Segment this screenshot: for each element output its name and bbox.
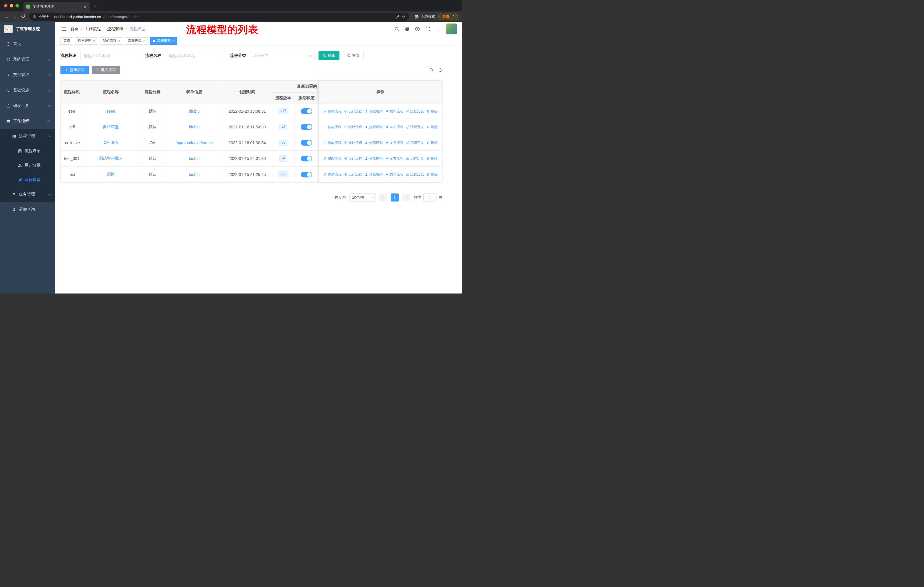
op-modify[interactable]: 修改流程 [323,125,342,129]
form-info-link[interactable]: biubiu [189,172,200,177]
sidebar-item-rd-tools[interactable]: 研发工具 [0,98,55,114]
next-page-button[interactable] [402,193,410,202]
sidebar-item-infrastructure[interactable]: 基础设施 [0,83,55,98]
sidebar-collapse-icon[interactable] [61,27,66,31]
current-page-button[interactable]: 1 [391,193,399,202]
op-delete[interactable]: 删除 [426,141,438,146]
prev-page-button[interactable] [379,193,387,202]
password-key-icon[interactable] [395,15,399,19]
op-design[interactable]: 设计流程 [344,156,362,161]
sidebar-item-home[interactable]: 首页 [0,36,55,51]
op-publish[interactable]: 发布流程 [385,141,403,146]
forward-button[interactable]: → [11,14,19,19]
sidebar-item-system[interactable]: 系统管理 [0,51,55,67]
sidebar-item-task-management[interactable]: 任务管理 [0,187,55,202]
search-button[interactable]: 搜索 [318,51,340,60]
process-name-link[interactable]: OA 请假 [103,140,118,146]
op-modify[interactable]: 修改流程 [323,109,342,114]
active-toggle[interactable] [301,155,312,161]
sidebar-item-payment[interactable]: 支付管理 [0,67,55,83]
new-tab-button[interactable]: + [93,4,97,10]
bookmark-star-icon[interactable]: ☆ [402,15,406,19]
op-delete[interactable]: 删除 [426,156,438,161]
app-logo[interactable]: 芋道管理系统 [0,22,55,36]
sidebar-item-process-model[interactable]: 流程模型 [0,172,55,187]
create-process-button[interactable]: 新建流程 [60,66,89,74]
fullscreen-icon[interactable] [425,26,430,31]
process-name-input[interactable] [165,51,225,60]
active-toggle[interactable] [301,140,312,146]
process-name-link[interactable]: 测试多审批人 [99,156,123,161]
op-definition[interactable]: 流程定义 [406,156,424,161]
tab-close-icon[interactable]: × [83,4,87,9]
back-button[interactable]: ← [3,14,11,19]
op-assign[interactable]: 分配规则 [365,156,383,161]
op-assign[interactable]: 分配规则 [365,109,383,114]
form-info-link[interactable]: biubiu [189,125,200,129]
close-icon[interactable]: × [93,39,96,43]
close-icon[interactable]: × [143,39,145,43]
op-design[interactable]: 设计流程 [344,141,362,146]
help-icon[interactable] [415,26,420,31]
sidebar-item-leave-query[interactable]: 请假查询 [0,202,55,217]
form-info-link[interactable]: biubiu [189,156,200,161]
op-assign[interactable]: 分配规则 [365,172,383,177]
address-bar[interactable]: 不安全 dashboard.yudao.iocoder.cn/bpm/manag… [29,13,409,21]
user-avatar[interactable] [446,23,457,35]
op-delete[interactable]: 删除 [426,125,438,129]
sidebar-item-process-management[interactable]: 流程管理 [0,129,55,144]
op-delete[interactable]: 删除 [426,109,438,114]
close-icon[interactable]: × [172,39,175,43]
op-definition[interactable]: 流程定义 [406,109,424,114]
active-toggle[interactable] [301,108,312,114]
import-process-button[interactable]: 导入流程 [92,66,120,74]
tag-tenant-management[interactable]: 租户管理 × [75,37,98,45]
form-info-link[interactable]: biubiu [189,109,200,114]
search-icon[interactable] [394,26,399,31]
op-assign[interactable]: 分配规则 [365,125,383,129]
op-modify[interactable]: 修改流程 [323,172,342,177]
tag-process-model-active[interactable]: 流程模型 × [150,37,178,45]
github-icon[interactable] [405,26,409,31]
op-publish[interactable]: 发布流程 [385,109,403,114]
process-key-input[interactable] [80,51,140,60]
op-publish[interactable]: 发布流程 [385,125,403,129]
op-modify[interactable]: 修改流程 [323,156,342,161]
op-design[interactable]: 设计流程 [344,172,362,177]
op-assign[interactable]: 分配规则 [365,141,383,146]
refresh-table-icon[interactable] [438,68,442,72]
tag-process-form[interactable]: 流程表单 × [125,37,148,45]
op-definition[interactable]: 流程定义 [406,172,424,177]
sidebar-item-process-form[interactable]: 流程表单 [0,144,55,158]
process-name-link[interactable]: eeee [106,109,115,114]
op-publish[interactable]: 发布流程 [385,156,403,161]
sidebar-item-user-group[interactable]: 用户分组 [0,158,55,172]
minimize-window-button[interactable] [10,4,13,7]
op-publish[interactable]: 发布流程 [385,172,403,177]
op-design[interactable]: 设计流程 [344,125,362,129]
op-definition[interactable]: 流程定义 [406,141,424,146]
category-select[interactable]: 流程分类 [250,51,315,60]
zoom-icon[interactable] [429,68,434,72]
op-definition[interactable]: 流程定义 [406,125,424,129]
op-design[interactable]: 设计流程 [344,109,362,114]
reset-button[interactable]: 重置 [343,51,364,60]
breadcrumb-process-management[interactable]: 流程管理 [107,26,123,31]
active-toggle[interactable] [301,124,312,130]
process-name-link[interactable]: 滔博 [107,172,115,177]
browser-menu-icon[interactable]: ⋮ [452,15,456,19]
breadcrumb-home[interactable]: 首页 [71,26,79,31]
browser-update-button[interactable]: 更新 ⋮ [438,13,458,20]
process-name-link[interactable]: 自己审批 [103,124,119,129]
form-info-link[interactable]: /bpm/oa/leave/create [176,141,213,145]
browser-tab[interactable]: 芋道管理系统 × [23,2,90,12]
goto-page-input[interactable] [423,193,437,202]
font-size-icon[interactable] [436,26,441,31]
close-window-button[interactable] [4,4,7,7]
page-size-select[interactable]: 10条/页 [350,193,376,202]
reload-button[interactable] [19,14,27,19]
active-toggle[interactable] [301,172,312,177]
close-icon[interactable]: × [118,39,120,43]
breadcrumb-workflow[interactable]: 工作流程 [85,26,101,31]
maximize-window-button[interactable] [15,4,19,7]
